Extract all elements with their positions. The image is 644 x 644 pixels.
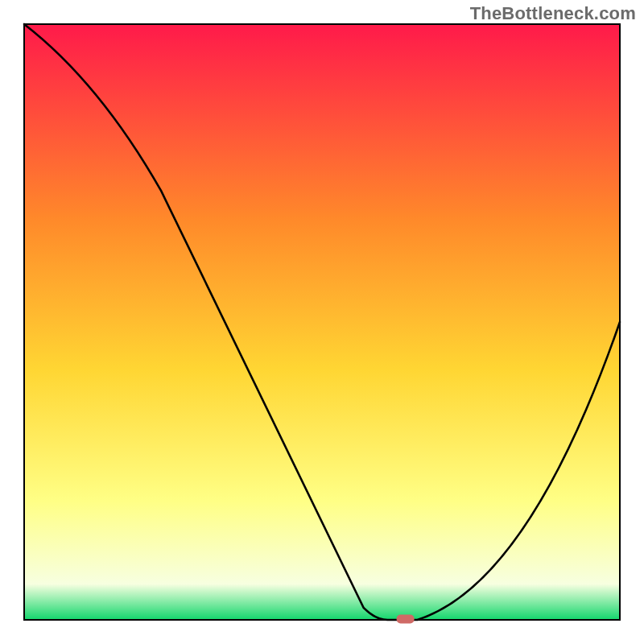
watermark-text: TheBottleneck.com <box>470 3 636 24</box>
plot-area <box>24 24 620 620</box>
bottleneck-chart <box>0 0 644 644</box>
chart-container: TheBottleneck.com <box>0 0 644 644</box>
optimal-marker <box>397 615 415 624</box>
